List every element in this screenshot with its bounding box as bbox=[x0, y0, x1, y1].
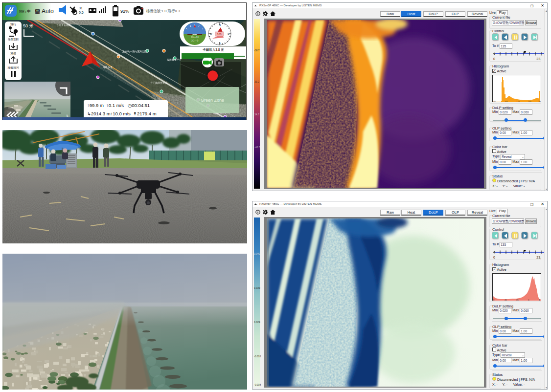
svg-text:寫務: 寫務 bbox=[10, 51, 16, 55]
svg-text:-0.008: -0.008 bbox=[254, 383, 261, 386]
svg-text:05: 05 bbox=[516, 299, 519, 301]
svg-text:-43.7: -43.7 bbox=[254, 146, 260, 149]
svg-text:50 米: 50 米 bbox=[23, 23, 34, 28]
svg-text:30: 30 bbox=[538, 100, 541, 103]
svg-text:0.029: 0.029 bbox=[254, 321, 260, 324]
svg-text:40: 40 bbox=[493, 100, 496, 103]
svg-text:92%: 92% bbox=[120, 9, 129, 14]
svg-text:0.: 0. bbox=[528, 299, 529, 301]
svg-text:40: 40 bbox=[505, 299, 507, 301]
svg-text:170: 170 bbox=[516, 100, 520, 103]
svg-text:N: N bbox=[219, 23, 221, 26]
svg-text:0.040: 0.040 bbox=[254, 252, 260, 255]
svg-text:31: 31 bbox=[79, 6, 83, 10]
svg-text:3G—9: 3G—9 bbox=[191, 39, 199, 42]
svg-text:飛行: 飛行 bbox=[10, 22, 16, 26]
svg-text:235: 235 bbox=[528, 100, 531, 103]
svg-text:0.5: 0.5 bbox=[79, 11, 84, 14]
svg-text:-0.018: -0.018 bbox=[254, 355, 261, 358]
svg-text:▩ Auto: ▩ Auto bbox=[35, 8, 54, 15]
svg-text:34.7: 34.7 bbox=[254, 113, 259, 116]
svg-text:10—10: 10—10 bbox=[191, 36, 199, 39]
svg-text:海堤步道: 海堤步道 bbox=[103, 65, 113, 69]
svg-text:100: 100 bbox=[217, 33, 221, 36]
svg-text:邊偏|返回: 邊偏|返回 bbox=[7, 66, 19, 69]
svg-text:漁光島—湖內濱海公園: 漁光島—湖內濱海公園 bbox=[122, 50, 147, 53]
svg-text:飛行中: 飛行中 bbox=[19, 9, 31, 14]
svg-text:0.039: 0.039 bbox=[254, 286, 260, 289]
svg-text:相機信號:1.0 飛行0.3: 相機信號:1.0 飛行0.3 bbox=[146, 9, 180, 13]
svg-text:台南市安南區: 台南市安南區 bbox=[56, 23, 71, 26]
svg-text:33.2: 33.2 bbox=[254, 80, 259, 83]
svg-text:W: W bbox=[210, 32, 212, 35]
svg-text:-38.7: -38.7 bbox=[254, 49, 260, 52]
svg-text:臨海觀景平台: 臨海觀景平台 bbox=[167, 58, 182, 62]
svg-text:105: 105 bbox=[505, 100, 508, 103]
svg-text:任務規劃: 任務規劃 bbox=[8, 38, 19, 41]
svg-text:台子漁港停車場: 台子漁港停車場 bbox=[150, 81, 167, 85]
